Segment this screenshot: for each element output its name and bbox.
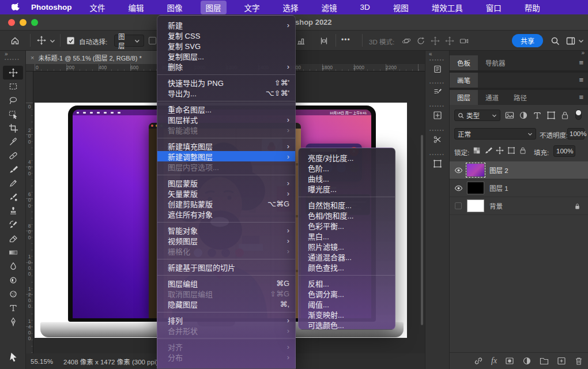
menu-item-copy-css[interactable]: 复制 CSS — [157, 30, 295, 40]
tool-marquee[interactable] — [6, 80, 20, 93]
3d-roll-button[interactable] — [416, 36, 425, 46]
lock-position-button[interactable] — [496, 146, 504, 155]
close-tab-button[interactable]: × — [31, 54, 34, 61]
menu-item-hide-layers[interactable]: 隐藏图层⌘, — [157, 299, 295, 309]
delete-layer-button[interactable] — [574, 356, 583, 366]
add-mask-button[interactable] — [505, 356, 514, 366]
tool-sponge[interactable] — [6, 288, 20, 300]
submenu-item-vibrance[interactable]: 自然饱和度... — [299, 199, 395, 210]
3d-slide-button[interactable] — [445, 36, 454, 46]
minimize-window-button[interactable] — [20, 19, 27, 26]
lock-artboard-button[interactable] — [507, 146, 515, 155]
tab-navigator[interactable]: 导航器 — [478, 55, 513, 70]
menubar-item-layer[interactable]: 图层 — [201, 1, 227, 14]
auto-select-target-dropdown[interactable]: 图层 — [114, 35, 144, 47]
menu-item-new[interactable]: 新建› — [157, 20, 295, 30]
3d-pan-button[interactable] — [431, 36, 440, 46]
menubar-item-help[interactable]: 帮助 — [519, 1, 545, 14]
menubar-item-view[interactable]: 视图 — [388, 1, 414, 14]
menu-item-delete[interactable]: 删除› — [157, 61, 295, 71]
lock-transparent-button[interactable] — [473, 146, 481, 155]
home-button[interactable] — [10, 36, 20, 45]
layer-name[interactable]: 图层 2 — [489, 165, 508, 175]
tool-smudge[interactable] — [6, 274, 20, 287]
tab-channels[interactable]: 通道 — [478, 90, 506, 105]
menu-item-vector-mask[interactable]: 矢量蒙版› — [157, 188, 295, 198]
fill-dropdown[interactable]: 100% — [553, 145, 575, 157]
menu-item-mask-all-objects[interactable]: 遮住所有对象 — [157, 209, 295, 219]
layer-effects-button[interactable]: fx — [491, 356, 497, 366]
menubar-item-file[interactable]: 文件 — [85, 1, 111, 14]
menu-item-export-as[interactable]: 导出为...⌥⇧⌘' — [157, 88, 295, 98]
tool-spot-healing[interactable] — [6, 149, 20, 162]
submenu-item-curves[interactable]: 曲线... — [299, 173, 395, 183]
menu-item-layer-style[interactable]: 图层样式› — [157, 114, 295, 125]
filter-smart-objects[interactable] — [560, 111, 570, 120]
panel-menu-icon[interactable]: ≡ — [579, 93, 583, 101]
layer-row-background[interactable]: 背景 — [450, 197, 588, 215]
tool-brush[interactable] — [6, 163, 20, 176]
menu-item-group-layers[interactable]: 图层编组⌘G — [157, 278, 295, 288]
app-menu[interactable]: Photoshop — [31, 3, 72, 12]
tool-gradient[interactable] — [6, 246, 20, 259]
layer-thumbnail[interactable] — [467, 199, 484, 212]
filter-shape-layers[interactable] — [546, 111, 556, 120]
show-transform-controls-checkbox[interactable] — [149, 37, 156, 44]
tool-move[interactable] — [6, 66, 20, 79]
submenu-item-threshold[interactable]: 阈值... — [299, 299, 395, 309]
vertical-ruler[interactable]: 0 200 400 600 800 1000 1200 1400 — [26, 71, 33, 353]
submenu-item-black-white[interactable]: 黑白... — [299, 231, 395, 241]
panel-clone-source[interactable] — [433, 111, 442, 120]
submenu-item-color-lookup[interactable]: 颜色查找... — [299, 262, 395, 272]
new-layer-button[interactable] — [557, 356, 566, 366]
submenu-item-exposure[interactable]: 曝光度... — [299, 183, 395, 194]
submenu-item-brightness-contrast[interactable]: 亮度/对比度... — [299, 152, 395, 163]
filter-pixel-layers[interactable] — [505, 111, 514, 120]
share-button[interactable]: 共享 — [512, 34, 543, 47]
panel-history[interactable] — [433, 65, 442, 74]
tool-crop[interactable] — [6, 122, 20, 134]
panel-libraries[interactable] — [433, 159, 442, 168]
tab-swatches[interactable]: 色板 — [450, 55, 478, 70]
move-tool-preset[interactable] — [37, 36, 46, 45]
visibility-toggle[interactable] — [450, 184, 467, 193]
tab-brushes[interactable]: 画笔 — [450, 73, 478, 88]
tool-mixer-brush[interactable] — [6, 191, 20, 204]
tool-object-selection[interactable] — [6, 108, 20, 121]
submenu-item-levels[interactable]: 色阶... — [299, 163, 395, 173]
submenu-item-selective-color[interactable]: 可选颜色... — [299, 319, 395, 330]
menu-item-rename-layer[interactable]: 重命名图层... — [157, 104, 295, 114]
tool-blur[interactable] — [6, 260, 20, 273]
menu-item-layer-mask[interactable]: 图层蒙版› — [157, 178, 295, 188]
canvas-vertical-scrollbar[interactable] — [421, 135, 423, 325]
panel-scissors[interactable] — [433, 135, 442, 144]
tool-direct-select[interactable] — [6, 351, 20, 363]
zoom-window-button[interactable] — [31, 19, 38, 26]
menu-item-new-fill-layer[interactable]: 新建填充图层› — [157, 141, 295, 151]
3d-orbit-button[interactable] — [402, 36, 411, 46]
tool-eyedropper[interactable] — [6, 135, 20, 148]
document-tab[interactable]: × 未标题-1 @ 55.1% (图层 2, RGB/8) * — [26, 51, 165, 64]
opacity-dropdown[interactable]: 100% — [567, 128, 585, 140]
tool-clone-stamp[interactable] — [6, 205, 20, 217]
expand-panels-button[interactable]: « — [429, 51, 432, 57]
layer-row-layer2[interactable]: 图层 2 — [450, 161, 588, 179]
menu-item-arrange[interactable]: 排列› — [157, 315, 295, 325]
align-left-edges-button[interactable] — [296, 36, 306, 46]
tool-lasso[interactable] — [6, 94, 20, 107]
visibility-toggle[interactable] — [450, 166, 467, 175]
menubar-item-select[interactable]: 选择 — [278, 1, 304, 14]
menu-item-quick-export-png[interactable]: 快速导出为 PNG⇧⌘' — [157, 77, 295, 88]
new-adjustment-button[interactable] — [522, 356, 532, 366]
tool-history-brush[interactable] — [6, 219, 20, 231]
menu-item-duplicate-layer[interactable]: 复制图层... — [157, 51, 295, 61]
menu-item-video-layer[interactable]: 视频图层› — [157, 235, 295, 246]
visibility-toggle[interactable] — [450, 202, 467, 209]
menu-item-new-layer-based-slice[interactable]: 新建基于图层的切片 — [157, 262, 295, 272]
search-button[interactable] — [551, 36, 560, 46]
lock-paint-button[interactable] — [484, 146, 492, 155]
close-window-button[interactable] — [8, 19, 15, 26]
tool-pencil[interactable] — [6, 177, 20, 190]
distribute-button[interactable] — [319, 36, 329, 46]
menubar-item-edit[interactable]: 编辑 — [123, 1, 149, 14]
